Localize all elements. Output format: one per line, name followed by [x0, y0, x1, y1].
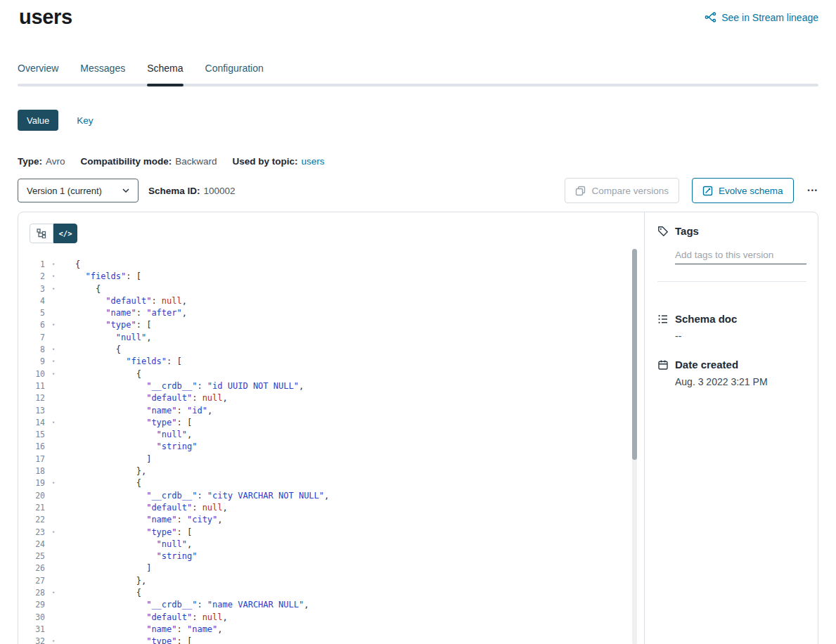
fold-arrow-icon[interactable]: ▾ — [50, 477, 57, 489]
line-number: 3 — [18, 283, 45, 295]
line-number: 22 — [18, 514, 45, 526]
code-line: 18 }, — [18, 465, 644, 477]
code-text: ] — [57, 453, 151, 465]
topic-link[interactable]: users — [302, 156, 325, 167]
version-select[interactable]: Version 1 (current) — [18, 179, 139, 202]
schema-id: Schema ID:100002 — [148, 186, 236, 196]
line-number: 25 — [18, 550, 45, 562]
code-text: "__crdb__": "name VARCHAR NULL", — [57, 599, 309, 611]
stream-lineage-link[interactable]: See in Stream lineage — [705, 11, 818, 23]
editor-view-toggle: </> — [30, 224, 77, 243]
code-line: 25 "string" — [18, 550, 644, 562]
tab-messages[interactable]: Messages — [80, 63, 125, 86]
code-text: "type": [ — [57, 417, 192, 429]
schema-page: users See in Stream lineage Overview Mes… — [0, 6, 836, 644]
tags-input[interactable] — [675, 248, 806, 264]
fold-arrow-icon[interactable]: ▾ — [50, 259, 57, 271]
evolve-schema-button[interactable]: Evolve schema — [692, 178, 794, 203]
schema-doc-title: Schema doc — [675, 313, 737, 325]
fold-arrow-icon[interactable]: ▾ — [50, 587, 57, 599]
code-line: 31 "name": "name", — [18, 624, 644, 636]
fold-arrow-icon[interactable]: ▾ — [50, 368, 57, 380]
value-toggle-button[interactable]: Value — [18, 110, 58, 131]
fold-arrow-icon[interactable]: ▾ — [50, 271, 57, 283]
tab-overview[interactable]: Overview — [18, 63, 58, 86]
code-text: "__crdb__": "city VARCHAR NOT NULL", — [57, 490, 329, 502]
key-toggle-link[interactable]: Key — [77, 115, 93, 126]
line-number: 7 — [18, 332, 45, 344]
more-actions-button[interactable]: ••• — [808, 187, 818, 194]
page-header: users See in Stream lineage — [18, 6, 818, 37]
code-view-button[interactable]: </> — [53, 224, 77, 243]
code-line: 4 "default": null, — [18, 295, 644, 307]
schema-id-label: Schema ID: — [148, 186, 200, 196]
schema-card: </> 1▾{2▾ "fields": [3▾ {4 "default": nu… — [18, 212, 818, 644]
line-number: 20 — [18, 490, 45, 502]
code-text: "__crdb__": "id UUID NOT NULL", — [57, 380, 304, 392]
compare-versions-icon — [575, 186, 586, 196]
editor-scrollbar-track[interactable] — [632, 249, 637, 644]
line-number: 6 — [18, 319, 45, 331]
code-line: 15 "null", — [18, 429, 644, 441]
line-number: 2 — [18, 271, 45, 283]
tag-icon — [657, 226, 669, 237]
line-number: 11 — [18, 380, 45, 392]
date-created-title: Date created — [675, 359, 738, 371]
code-line: 5 "name": "after", — [18, 307, 644, 319]
code-text: "name": "name", — [57, 624, 223, 636]
code-text: "default": null, — [57, 502, 228, 514]
fold-arrow-icon[interactable]: ▾ — [50, 283, 57, 295]
editor-scrollbar-thumb[interactable] — [632, 249, 637, 460]
used-by-topic: Used by topic:users — [233, 156, 325, 167]
code-line: 26 ] — [18, 562, 644, 574]
line-number: 10 — [18, 368, 45, 380]
line-number: 19 — [18, 477, 45, 489]
code-line: 17 ] — [18, 453, 644, 465]
tab-configuration[interactable]: Configuration — [205, 63, 264, 86]
line-number: 21 — [18, 502, 45, 514]
compatibility-mode-label: Compatibility mode: — [81, 156, 172, 167]
schema-controls-row: Version 1 (current) Schema ID:100002 Com… — [18, 178, 818, 203]
tags-section-title: Tags — [675, 225, 699, 237]
stream-lineage-label: See in Stream lineage — [721, 12, 818, 23]
fold-arrow-icon[interactable]: ▾ — [50, 344, 57, 356]
tree-view-button[interactable] — [30, 224, 53, 243]
tab-schema[interactable]: Schema — [147, 63, 183, 86]
page-title: users — [19, 6, 72, 29]
line-number: 26 — [18, 562, 45, 574]
line-number: 16 — [18, 441, 45, 453]
fold-arrow-icon[interactable]: ▾ — [50, 636, 57, 644]
fold-arrow-icon[interactable]: ▾ — [50, 319, 57, 331]
code-text: "null", — [57, 332, 151, 344]
code-text: "null", — [57, 539, 192, 550]
schema-type-value: Avro — [46, 156, 65, 167]
code-text: { — [57, 344, 121, 356]
evolve-schema-label: Evolve schema — [719, 186, 783, 196]
code-text: "default": null, — [57, 295, 187, 307]
code-line: 9▾ "fields": [ — [18, 356, 644, 368]
code-line: 2▾ "fields": [ — [18, 271, 644, 283]
code-text: "type": [ — [57, 319, 151, 331]
line-number: 23 — [18, 527, 45, 539]
fold-arrow-icon[interactable]: ▾ — [50, 417, 57, 429]
compare-versions-button[interactable]: Compare versions — [565, 178, 679, 203]
code-text: { — [57, 259, 80, 271]
code-text: }, — [57, 575, 146, 587]
fold-arrow-icon[interactable]: ▾ — [50, 527, 57, 539]
line-number: 27 — [18, 575, 45, 587]
code-text: }, — [57, 465, 146, 477]
fold-arrow-icon[interactable]: ▾ — [50, 356, 57, 368]
schema-doc-section: Schema doc -- — [657, 313, 806, 342]
code-text: "fields": [ — [57, 356, 182, 368]
line-number: 32 — [18, 636, 45, 644]
code-text: { — [57, 368, 141, 380]
value-key-toggle: Value Key — [18, 110, 818, 131]
line-number: 9 — [18, 356, 45, 368]
code-line: 14▾ "type": [ — [18, 417, 644, 429]
code-line: 3▾ { — [18, 283, 644, 295]
evolve-schema-icon — [702, 186, 713, 196]
code-line: 7 "null", — [18, 332, 644, 344]
line-number: 17 — [18, 453, 45, 465]
code-line: 19▾ { — [18, 477, 644, 489]
code-text: "string" — [57, 550, 197, 562]
